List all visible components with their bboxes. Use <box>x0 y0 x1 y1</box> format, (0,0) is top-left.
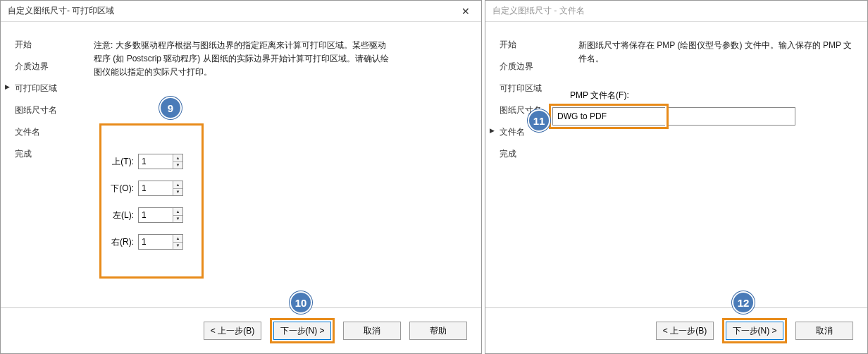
margin-left-input[interactable] <box>139 208 173 222</box>
annotation-badge-9: 9 <box>159 97 182 119</box>
margin-right-spinner[interactable]: ▲▼ <box>138 234 183 250</box>
margin-bottom-spinner[interactable]: ▲▼ <box>138 181 183 196</box>
pmp-filename-input[interactable] <box>552 107 665 126</box>
dialog-footer: < 上一步(B) 下一步(N) > 取消 <box>485 307 867 353</box>
next-button-highlight: 下一步(N) > <box>270 318 335 343</box>
spin-up-icon[interactable]: ▲ <box>173 235 182 243</box>
margin-bottom-label: 下(O): <box>107 183 138 195</box>
sidebar-item-finish[interactable]: 完成 <box>500 148 570 160</box>
margin-top-input[interactable] <box>139 154 173 169</box>
sidebar-item-start[interactable]: 开始 <box>15 39 85 51</box>
sidebar-item-papername[interactable]: 图纸尺寸名 <box>15 104 85 116</box>
dialog-printable-area: 自定义图纸尺寸- 可打印区域 ✕ 开始 介质边界 可打印区域 图纸尺寸名 文件名… <box>0 0 482 354</box>
wizard-sidebar: 开始 介质边界 可打印区域 图纸尺寸名 文件名 完成 <box>500 39 570 300</box>
margin-right-label: 右(R): <box>107 236 138 248</box>
cancel-button[interactable]: 取消 <box>343 322 401 340</box>
margin-left-spinner[interactable]: ▲▼ <box>138 207 183 223</box>
margin-right-input[interactable] <box>139 235 173 249</box>
sidebar-item-finish[interactable]: 完成 <box>15 148 85 160</box>
spin-up-icon[interactable]: ▲ <box>173 208 182 216</box>
annotation-badge-12: 12 <box>732 291 755 314</box>
dialog-title: 自定义图纸尺寸 - 文件名 <box>492 5 585 17</box>
spin-down-icon[interactable]: ▼ <box>173 243 182 250</box>
margin-top-spinner[interactable]: ▲▼ <box>138 154 183 169</box>
annotation-badge-11: 11 <box>528 109 550 132</box>
wizard-sidebar: 开始 介质边界 可打印区域 图纸尺寸名 文件名 完成 <box>15 39 85 300</box>
dialog-filename: 自定义图纸尺寸 - 文件名 开始 介质边界 可打印区域 图纸尺寸名 文件名 完成… <box>485 0 868 354</box>
sidebar-item-media[interactable]: 介质边界 <box>500 61 570 73</box>
spin-down-icon[interactable]: ▼ <box>173 189 182 196</box>
close-icon[interactable]: ✕ <box>450 1 481 21</box>
filename-highlight <box>549 104 669 129</box>
sidebar-item-printable[interactable]: 可打印区域 <box>500 83 570 94</box>
margin-left-label: 左(L): <box>107 209 138 221</box>
instructions-text: 注意: 大多数驱动程序根据与图纸边界的指定距离来计算可打印区域。某些驱动程序 (… <box>94 39 390 80</box>
help-button[interactable]: 帮助 <box>409 322 467 340</box>
sidebar-item-printable[interactable]: 可打印区域 <box>15 83 85 94</box>
back-button[interactable]: < 上一步(B) <box>656 322 714 340</box>
sidebar-item-media[interactable]: 介质边界 <box>15 61 85 73</box>
instructions-text: 新图纸尺寸将保存在 PMP (绘图仪型号参数) 文件中。输入保存的 PMP 文件… <box>578 39 853 66</box>
annotation-badge-10: 10 <box>290 291 312 314</box>
spin-down-icon[interactable]: ▼ <box>173 162 182 169</box>
sidebar-item-filename[interactable]: 文件名 <box>15 126 85 138</box>
pmp-filename-input-rest[interactable] <box>669 107 795 126</box>
margins-group-highlight: 上(T): ▲▼ 下(O): ▲▼ 左(L): <box>99 123 204 279</box>
titlebar: 自定义图纸尺寸 - 文件名 <box>485 1 867 22</box>
dialog-title: 自定义图纸尺寸- 可打印区域 <box>8 5 114 17</box>
next-button[interactable]: 下一步(N) > <box>726 322 783 340</box>
back-button[interactable]: < 上一步(B) <box>204 322 261 340</box>
spin-down-icon[interactable]: ▼ <box>173 216 182 223</box>
margin-bottom-input[interactable] <box>139 181 173 195</box>
cancel-button[interactable]: 取消 <box>795 322 853 340</box>
dialog-footer: < 上一步(B) 下一步(N) > 取消 帮助 <box>1 307 481 353</box>
sidebar-item-start[interactable]: 开始 <box>500 39 570 51</box>
next-button-highlight: 下一步(N) > <box>722 318 787 343</box>
next-button[interactable]: 下一步(N) > <box>273 322 331 340</box>
margin-top-label: 上(T): <box>107 156 138 168</box>
spin-up-icon[interactable]: ▲ <box>173 154 182 162</box>
titlebar: 自定义图纸尺寸- 可打印区域 ✕ <box>1 1 481 22</box>
spin-up-icon[interactable]: ▲ <box>173 181 182 189</box>
pmp-filename-label: PMP 文件名(F): <box>570 90 629 102</box>
